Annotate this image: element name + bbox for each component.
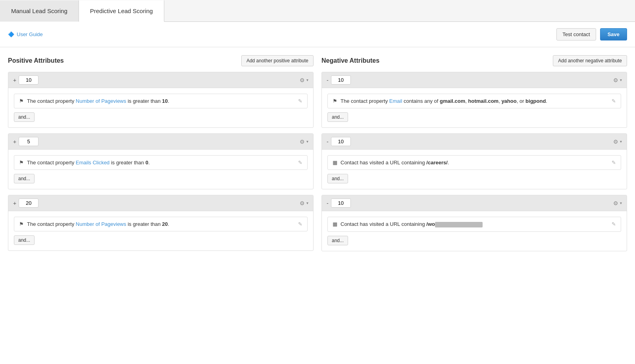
positive-card-1-actions[interactable]: ⚙ ▾ <box>300 77 308 83</box>
negative-card-1-body: ⚑ The contact property Email contains an… <box>322 88 627 127</box>
positive-card-2-score: + <box>13 137 38 146</box>
score-prefix: + <box>13 200 16 206</box>
condition-row: ⚑ The contact property Email contains an… <box>327 94 621 108</box>
positive-card-2-actions[interactable]: ⚙ ▾ <box>300 139 308 145</box>
add-positive-attribute-button[interactable]: Add another positive attribute <box>241 55 314 66</box>
condition-text: ⚑ The contact property Email contains an… <box>333 98 612 104</box>
tab-manual[interactable]: Manual Lead Scoring <box>0 0 79 22</box>
and-button[interactable]: and... <box>14 112 35 122</box>
chevron-down-icon: ▾ <box>620 139 622 144</box>
redacted-text <box>435 222 483 227</box>
negative-column-header: Negative Attributes Add another negative… <box>321 55 627 66</box>
chevron-down-icon: ▾ <box>306 201 308 205</box>
edit-icon[interactable]: ✎ <box>612 160 616 166</box>
grid-icon: ▦ <box>333 160 337 166</box>
condition-row: ▦ Contact has visited a URL containing /… <box>327 217 621 232</box>
toolbar: 🔷 User Guide Test contact Save <box>0 22 635 47</box>
positive-score-1-input[interactable] <box>19 75 38 85</box>
chevron-down-icon: ▾ <box>620 78 622 82</box>
and-button[interactable]: and... <box>327 236 348 245</box>
positive-card-2-body: ⚑ The contact property Emails Clicked is… <box>8 150 313 189</box>
tabs-bar: Manual Lead Scoring Predictive Lead Scor… <box>0 0 635 22</box>
gear-icon: ⚙ <box>300 200 305 206</box>
flag-icon: ⚑ <box>19 98 24 104</box>
grid-icon: ▦ <box>333 221 337 227</box>
positive-score-2-input[interactable] <box>19 137 38 146</box>
condition-text: ⚑ The contact property Emails Clicked is… <box>19 160 298 166</box>
condition-row: ▦ Contact has visited a URL containing /… <box>327 155 621 170</box>
negative-score-3-input[interactable] <box>331 198 351 208</box>
chevron-down-icon: ▾ <box>620 201 622 205</box>
negative-card-1-header: - ⚙ ▾ <box>322 72 627 88</box>
positive-attributes-title: Positive Attributes <box>8 57 64 64</box>
positive-attributes-column: Positive Attributes Add another positive… <box>8 55 314 257</box>
positive-card-1-score: + <box>13 75 38 85</box>
edit-icon[interactable]: ✎ <box>612 98 616 104</box>
negative-card-2-body: ▦ Contact has visited a URL containing /… <box>322 150 627 189</box>
tab-predictive[interactable]: Predictive Lead Scoring <box>79 0 164 22</box>
gear-icon: ⚙ <box>613 200 618 206</box>
positive-card-2: + ⚙ ▾ ⚑ The contact property Emails Clic… <box>8 133 314 189</box>
book-icon: 🔷 <box>8 31 14 37</box>
and-button[interactable]: and... <box>14 235 35 245</box>
positive-column-header: Positive Attributes Add another positive… <box>8 55 314 66</box>
edit-icon[interactable]: ✎ <box>612 221 616 227</box>
chevron-down-icon: ▾ <box>306 139 308 144</box>
negative-card-3: - ⚙ ▾ ▦ Contact has visited a URL contai… <box>321 195 627 251</box>
score-prefix: - <box>327 139 329 145</box>
negative-card-1: - ⚙ ▾ ⚑ The contact property Email conta… <box>321 72 627 128</box>
chevron-down-icon: ▾ <box>306 78 308 82</box>
test-contact-button[interactable]: Test contact <box>556 28 596 40</box>
positive-card-1-body: ⚑ The contact property Number of Pagevie… <box>8 88 313 127</box>
toolbar-actions: Test contact Save <box>556 28 627 40</box>
negative-card-2-score: - <box>327 137 351 146</box>
and-button[interactable]: and... <box>327 174 348 183</box>
negative-score-2-input[interactable] <box>331 137 351 146</box>
positive-card-3: + ⚙ ▾ ⚑ The contact property Number of P… <box>8 195 314 251</box>
gear-icon: ⚙ <box>300 139 305 145</box>
flag-icon: ⚑ <box>333 98 337 104</box>
edit-icon[interactable]: ✎ <box>298 160 302 166</box>
condition-text: ⚑ The contact property Number of Pagevie… <box>19 221 298 227</box>
positive-card-3-actions[interactable]: ⚙ ▾ <box>300 200 308 206</box>
main-content: Positive Attributes Add another positive… <box>0 47 635 265</box>
condition-text: ⚑ The contact property Number of Pagevie… <box>19 98 298 104</box>
positive-card-3-body: ⚑ The contact property Number of Pagevie… <box>8 211 313 250</box>
negative-attributes-column: Negative Attributes Add another negative… <box>321 55 627 257</box>
positive-score-3-input[interactable] <box>19 198 38 208</box>
and-button[interactable]: and... <box>14 174 35 183</box>
and-button[interactable]: and... <box>327 112 348 122</box>
negative-card-1-actions[interactable]: ⚙ ▾ <box>613 77 622 83</box>
positive-card-3-score: + <box>13 198 38 208</box>
negative-score-1-input[interactable] <box>331 75 351 85</box>
negative-card-3-body: ▦ Contact has visited a URL containing /… <box>322 211 627 251</box>
score-prefix: + <box>13 139 16 145</box>
positive-card-2-header: + ⚙ ▾ <box>8 134 313 150</box>
condition-text: ▦ Contact has visited a URL containing /… <box>333 221 612 227</box>
gear-icon: ⚙ <box>300 77 305 83</box>
edit-icon[interactable]: ✎ <box>298 98 302 104</box>
condition-row: ⚑ The contact property Emails Clicked is… <box>14 155 308 170</box>
negative-card-2-header: - ⚙ ▾ <box>322 134 627 150</box>
save-button[interactable]: Save <box>600 28 627 40</box>
add-negative-attribute-button[interactable]: Add another negative attribute <box>553 55 627 66</box>
negative-card-2-actions[interactable]: ⚙ ▾ <box>613 139 622 145</box>
score-prefix: - <box>327 200 329 206</box>
flag-icon: ⚑ <box>19 160 24 166</box>
condition-text: ▦ Contact has visited a URL containing /… <box>333 160 612 166</box>
score-prefix: + <box>13 77 16 83</box>
negative-card-3-score: - <box>327 198 351 208</box>
flag-icon: ⚑ <box>19 221 24 227</box>
condition-row: ⚑ The contact property Number of Pagevie… <box>14 217 308 231</box>
condition-row: ⚑ The contact property Number of Pagevie… <box>14 94 308 108</box>
negative-card-3-actions[interactable]: ⚙ ▾ <box>613 200 622 206</box>
positive-card-3-header: + ⚙ ▾ <box>8 195 313 211</box>
user-guide-link[interactable]: 🔷 User Guide <box>8 31 43 37</box>
edit-icon[interactable]: ✎ <box>298 221 302 227</box>
negative-card-3-header: - ⚙ ▾ <box>322 195 627 211</box>
score-prefix: - <box>327 77 329 83</box>
gear-icon: ⚙ <box>613 77 618 83</box>
positive-card-1: + ⚙ ▾ ⚑ The contact property Number of P… <box>8 72 314 128</box>
negative-attributes-title: Negative Attributes <box>321 57 379 64</box>
negative-card-2: - ⚙ ▾ ▦ Contact has visited a URL contai… <box>321 133 627 189</box>
